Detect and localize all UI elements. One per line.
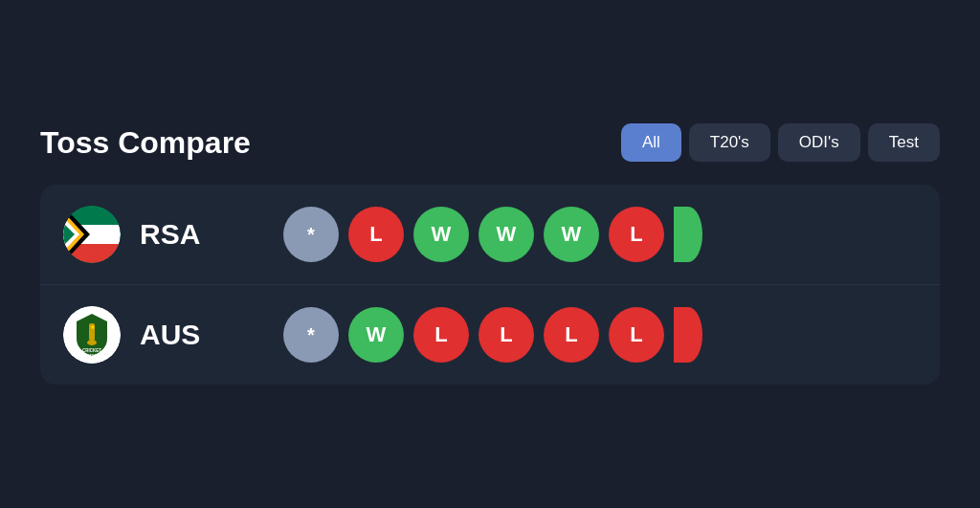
- aus-result-1: W: [348, 307, 404, 363]
- rsa-result-2: W: [413, 207, 469, 262]
- rsa-logo: [63, 206, 121, 263]
- main-container: Toss Compare All T20's ODI's Test: [21, 104, 959, 404]
- aus-result-partial: [674, 307, 702, 363]
- aus-result-2: L: [413, 307, 469, 363]
- tab-odi[interactable]: ODI's: [778, 123, 860, 162]
- svg-text:CRICKET: CRICKET: [82, 348, 101, 353]
- aus-logo: ★ CRICKET AUSTRALIA: [63, 306, 121, 364]
- team-row-rsa: RSA * L W W W L: [40, 185, 940, 285]
- rsa-team-name: RSA: [140, 218, 226, 251]
- aus-results: * W L L L L: [283, 307, 702, 363]
- toss-compare-card: RSA * L W W W L: [40, 185, 940, 385]
- page-title: Toss Compare: [40, 125, 251, 161]
- team-row-aus: ★ CRICKET AUSTRALIA AUS * W L: [40, 285, 940, 385]
- aus-team-name: AUS: [140, 319, 226, 351]
- aus-result-4: L: [544, 307, 599, 363]
- rsa-results: * L W W W L: [283, 207, 702, 262]
- svg-text:AUSTRALIA: AUSTRALIA: [82, 354, 102, 358]
- header: Toss Compare All T20's ODI's Test: [40, 123, 940, 162]
- tab-group: All T20's ODI's Test: [621, 123, 940, 162]
- svg-point-12: [87, 340, 97, 345]
- rsa-result-4: W: [544, 207, 599, 262]
- rsa-result-3: W: [479, 207, 534, 262]
- rsa-result-partial: [674, 207, 702, 262]
- rsa-result-1: L: [348, 207, 404, 262]
- tab-all[interactable]: All: [621, 123, 681, 162]
- aus-result-0: *: [283, 307, 339, 363]
- tab-t20[interactable]: T20's: [689, 123, 770, 162]
- aus-result-5: L: [609, 307, 664, 363]
- tab-test[interactable]: Test: [868, 123, 940, 162]
- rsa-result-5: L: [609, 207, 664, 262]
- rsa-result-0: *: [283, 207, 339, 262]
- aus-result-3: L: [479, 307, 534, 363]
